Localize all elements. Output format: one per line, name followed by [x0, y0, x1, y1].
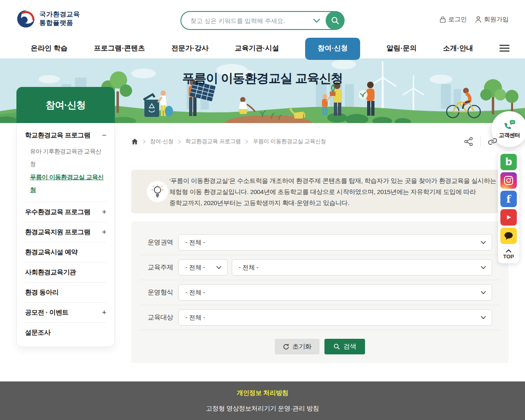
chevron-down-icon[interactable] [313, 19, 320, 23]
chevron-down-icon [481, 241, 486, 244]
login-link[interactable]: 로그인 [440, 16, 467, 23]
person-icon [475, 16, 482, 23]
sidebar-subitem-infant[interactable]: 유아 기후환경교육관 교육신청 [25, 145, 106, 171]
sidebar-item-excellent-programs[interactable]: 우수환경교육 프로그램 + [25, 202, 106, 222]
filter-row-format: 운영형식 - 전체 - [139, 280, 500, 305]
filter-actions: 초기화 검색 [131, 330, 509, 363]
lightbulb-badge [147, 181, 168, 202]
sidebar-menu: 학교환경교육 프로그램 − 유아 기후환경교육관 교육신청 푸름이 이동환경교실… [16, 123, 115, 347]
link-icon[interactable] [487, 136, 498, 147]
cctv-policy-link[interactable]: 고정형 영상정보처리기기 운영·관리 방침 [206, 404, 319, 413]
region-select[interactable]: - 전체 - [178, 234, 492, 251]
instagram-button[interactable] [500, 172, 517, 189]
info-text: ‘푸름이 이동환경교실’은 수소트럭을 개조하여 환경주제 콘텐츠를 탑재, 학… [169, 175, 496, 208]
chevron-down-icon [481, 291, 486, 294]
nav-item-participation[interactable]: 참여·신청 [305, 38, 360, 60]
search-icon [331, 16, 340, 25]
chevron-up-icon [506, 249, 511, 253]
sidebar-item-survey[interactable]: 설문조사 [25, 323, 106, 342]
chevron-down-icon [481, 266, 486, 269]
collapse-icon[interactable]: − [102, 131, 106, 140]
search-icon [333, 343, 340, 350]
main-nav: 온라인 학습 프로그램·콘텐츠 전문가·강사 교육기관·시설 참여·신청 알림·… [0, 38, 525, 60]
sidebar-title-label: 참여·신청 [46, 99, 85, 112]
nav-item-institutions[interactable]: 교육기관·시설 [235, 38, 279, 60]
breadcrumb-item[interactable]: 참여·신청 [150, 138, 173, 145]
home-icon[interactable] [131, 138, 138, 145]
format-select[interactable]: - 전체 - [178, 284, 492, 301]
naver-blog-button[interactable]: b [500, 154, 517, 170]
filter-row-target: 교육대상 - 전체 - [139, 305, 500, 330]
scroll-to-top-button[interactable]: TOP [500, 246, 517, 261]
menu-button[interactable] [500, 38, 509, 60]
sidebar-group: 학교환경교육 프로그램 − 유아 기후환경교육관 교육신청 푸름이 이동환경교실… [25, 126, 106, 202]
nav-item-experts[interactable]: 전문가·강사 [171, 38, 209, 60]
info-box: ‘푸름이 이동환경교실’은 수소트럭을 개조하여 환경주제 콘텐츠를 탑재, 학… [131, 170, 509, 213]
page-title: 푸름이 이동환경교실 교육신청 [0, 70, 525, 87]
expand-icon[interactable]: + [102, 308, 106, 317]
filter-label: 운영권역 [148, 238, 178, 247]
nav-item-online-learning[interactable]: 온라인 학습 [31, 38, 68, 60]
sidebar-item-facility-reservation[interactable]: 환경교육시설 예약 [25, 242, 106, 262]
search-input[interactable] [181, 17, 313, 24]
divider [480, 136, 481, 147]
lightbulb-icon [151, 185, 164, 199]
login-label: 로그인 [448, 16, 467, 23]
customer-center-label: 고객센터 [499, 132, 520, 139]
breadcrumb: 참여·신청 학교환경교육 프로그램 푸름이 이동환경교실 교육신청 [131, 137, 326, 146]
youtube-button[interactable] [500, 209, 517, 226]
nav-item-notices[interactable]: 알림·문의 [386, 38, 417, 60]
footer: 개인정보 처리방침 고정형 영상정보처리기기 운영·관리 방침 [0, 381, 525, 420]
sidebar-item-support-programs[interactable]: 환경교육지원 프로그램 + [25, 222, 106, 242]
search-bar [180, 11, 345, 30]
nav-item-about[interactable]: 소개·안내 [443, 38, 473, 60]
nav-item-programs[interactable]: 프로그램·콘텐츠 [94, 38, 145, 60]
signup-label: 회원가입 [484, 16, 509, 23]
sidebar-group: 우수환경교육 프로그램 + [25, 202, 106, 222]
reset-button[interactable]: 초기화 [275, 339, 320, 354]
filter-row-region: 운영권역 - 전체 - [139, 230, 500, 255]
page-actions [464, 136, 497, 147]
sidebar-group: 환경교육시설 예약 [25, 242, 106, 262]
breadcrumb-item[interactable]: 학교환경교육 프로그램 [185, 138, 241, 145]
target-select[interactable]: - 전체 - [178, 309, 492, 326]
search-button[interactable] [326, 11, 345, 30]
privacy-policy-link[interactable]: 개인정보 처리방침 [237, 389, 288, 397]
topic-category-select[interactable]: - 전체 - [178, 259, 228, 276]
sidebar-group: 사회환경교육기관 [25, 262, 106, 282]
filter-label: 교육주제 [148, 263, 178, 272]
sidebar-item-club[interactable]: 환경 동아리 [25, 283, 106, 302]
sidebar-subitem-pureumi[interactable]: 푸름이 이동환경교실 교육신청 [25, 171, 106, 196]
sidebar-sublist: 유아 기후환경교육관 교육신청 푸름이 이동환경교실 교육신청 [25, 145, 106, 202]
instagram-icon [504, 176, 514, 185]
topic-select[interactable]: - 전체 - [232, 259, 492, 276]
signup-link[interactable]: 회원가입 [475, 16, 509, 23]
chevron-down-icon [216, 266, 221, 269]
header: 국가환경교육 통합플랫폼 로그인 [0, 0, 525, 38]
filter-label: 운영형식 [148, 288, 178, 297]
sidebar-group: 환경 동아리 [25, 282, 106, 302]
sidebar-group: 환경교육지원 프로그램 + [25, 222, 106, 242]
facebook-button[interactable]: f [500, 191, 517, 207]
filter-label: 교육대상 [148, 313, 178, 322]
expand-icon[interactable]: + [102, 228, 106, 237]
sidebar-title: 참여·신청 [16, 87, 115, 123]
logo[interactable]: 국가환경교육 통합플랫폼 [16, 9, 80, 28]
youtube-icon [504, 214, 513, 221]
chevron-right-icon [143, 139, 146, 144]
auth-links: 로그인 회원가입 [440, 16, 509, 23]
facebook-icon: f [507, 193, 511, 205]
kakaotalk-icon [504, 231, 514, 240]
filter-panel: 운영권역 - 전체 - 교육주제 - 전체 - - 전체 - 운영형식 - 전체… [131, 221, 509, 363]
expand-icon[interactable]: + [102, 208, 106, 217]
share-icon[interactable] [464, 137, 473, 146]
breadcrumb-item[interactable]: 푸름이 이동환경교실 교육신청 [253, 138, 326, 145]
sidebar-item-social-institutions[interactable]: 사회환경교육기관 [25, 262, 106, 282]
kakaotalk-button[interactable] [500, 228, 517, 244]
refresh-icon [283, 344, 289, 350]
lock-icon [440, 16, 446, 23]
filter-search-button[interactable]: 검색 [324, 339, 365, 354]
logo-line1: 국가환경교육 [39, 10, 80, 19]
sidebar-item-school-programs[interactable]: 학교환경교육 프로그램 − [25, 126, 106, 145]
sidebar-item-contest[interactable]: 공모전 · 이벤트 + [25, 303, 106, 322]
